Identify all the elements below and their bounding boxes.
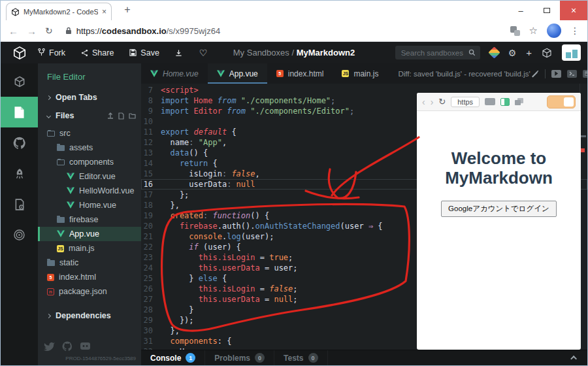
- chevron-right-icon: [46, 313, 51, 318]
- window-minimize-button[interactable]: –: [508, 1, 534, 20]
- save-button[interactable]: Save: [129, 48, 159, 58]
- chevron-up-icon[interactable]: [570, 356, 577, 362]
- fork-button[interactable]: Fork: [38, 48, 65, 58]
- new-sandbox-icon[interactable]: +: [526, 47, 532, 58]
- line-number: 25: [141, 273, 161, 284]
- file-tree-item-home.vue[interactable]: Home.vue: [38, 198, 141, 212]
- dependencies-section[interactable]: Dependencies: [38, 307, 141, 325]
- upload-icon[interactable]: [107, 112, 114, 119]
- discord-icon[interactable]: [80, 342, 91, 351]
- translate-icon[interactable]: [510, 26, 520, 36]
- line-number: 29: [141, 315, 161, 325]
- file-tree-item-main.js[interactable]: JSmain.js: [38, 241, 141, 256]
- new-folder-icon[interactable]: [129, 112, 136, 119]
- tab-app.vue[interactable]: App.vue: [208, 63, 267, 84]
- rail-live-icon[interactable]: [1, 220, 38, 250]
- gear-icon[interactable]: ⚙: [508, 48, 517, 58]
- new-window-icon[interactable]: [515, 98, 523, 105]
- console-panel-icon[interactable]: [583, 70, 588, 78]
- js-icon: JS: [342, 70, 349, 77]
- console-tab-tests[interactable]: Tests0: [274, 350, 327, 365]
- folder-icon: [57, 145, 65, 151]
- tab-home.vue[interactable]: Home.vue: [141, 63, 208, 84]
- search-input[interactable]: [395, 46, 480, 59]
- line-number: 7: [141, 85, 161, 95]
- forward-icon[interactable]: →: [27, 25, 37, 37]
- split-view-icon[interactable]: [500, 98, 510, 106]
- file-tree-item-src[interactable]: src: [38, 126, 141, 141]
- twitter-icon[interactable]: [43, 342, 55, 352]
- file-tree-item-components[interactable]: components: [38, 155, 141, 169]
- line-number: 10: [141, 116, 161, 127]
- browser-window: MyMarkdown2 - CodeSandbo × + – × ← → ↻ h…: [0, 0, 588, 366]
- file-tree-item-firebase[interactable]: firebase: [38, 212, 141, 227]
- rail-deploy-rocket-icon[interactable]: [1, 158, 38, 189]
- preview-screen-icon[interactable]: [485, 98, 495, 105]
- download-button[interactable]: [175, 49, 182, 57]
- google-login-button[interactable]: Googleアカウントでログイン: [441, 201, 557, 217]
- file-tree-item-assets[interactable]: assets: [38, 141, 141, 155]
- share-icon: [81, 49, 88, 57]
- file-label: HelloWorld.vue: [79, 186, 135, 195]
- tab-main.js[interactable]: JSmain.js: [333, 63, 387, 84]
- chevron-down-icon: [46, 113, 51, 118]
- file-label: static: [59, 258, 78, 267]
- window-maximize-button[interactable]: [534, 1, 560, 20]
- breadcrumb-root[interactable]: My Sandboxes: [233, 48, 289, 58]
- terminal-icon[interactable]: [567, 70, 577, 78]
- html-icon: 5: [276, 70, 284, 77]
- preview-panel: ‹ › ↻ https Welcome to MyMarkdown Google…: [417, 93, 581, 350]
- line-number: 23: [141, 252, 161, 263]
- file-tree-item-app.vue[interactable]: App.vue: [38, 227, 141, 241]
- user-avatar-badge[interactable]: [488, 46, 500, 58]
- file-tree-item-editor.vue[interactable]: Editor.vue: [38, 169, 141, 184]
- browser-tab[interactable]: MyMarkdown2 - CodeSandbo ×: [6, 3, 112, 20]
- console-tab-problems[interactable]: Problems0: [205, 350, 274, 365]
- rail-config-files-icon[interactable]: [1, 189, 38, 220]
- page-title: MyMarkdown2: [297, 48, 355, 58]
- file-tree-item-static[interactable]: static: [38, 256, 141, 270]
- scrollbar-thumb[interactable]: [580, 135, 586, 137]
- file-tree-item-index.html[interactable]: 5index.html: [38, 270, 141, 284]
- js-icon: JS: [57, 245, 64, 252]
- open-preview-icon[interactable]: [551, 70, 561, 78]
- address-bar[interactable]: https://codesandbox.io/s/x9975wjz64: [65, 26, 220, 36]
- preview-page: Welcome to MyMarkdown Googleアカウントでログイン: [417, 111, 581, 350]
- share-button[interactable]: Share: [81, 48, 114, 58]
- file-tree-item-helloworld.vue[interactable]: HelloWorld.vue: [38, 184, 141, 198]
- line-number: 24: [141, 263, 161, 273]
- sandbox-cube-icon[interactable]: [542, 48, 552, 58]
- line-number: 31: [141, 336, 161, 346]
- profile-avatar[interactable]: [547, 24, 561, 38]
- new-tab-button[interactable]: +: [121, 4, 134, 16]
- reload-icon[interactable]: ↻: [45, 25, 53, 36]
- browser-menu-icon[interactable]: ⋮: [570, 25, 580, 36]
- breadcrumb: My Sandboxes / MyMarkdown2: [233, 48, 355, 58]
- preview-back-icon[interactable]: ‹: [422, 97, 425, 107]
- stats-logo[interactable]: [562, 44, 581, 61]
- window-close-button[interactable]: ×: [560, 1, 587, 20]
- codesandbox-logo[interactable]: [1, 46, 38, 60]
- dependencies-label: Dependencies: [56, 311, 111, 320]
- rail-project-icon[interactable]: [1, 66, 38, 97]
- console-tab-console[interactable]: Console1: [141, 350, 205, 365]
- url-path: /s/x9975wjz64: [167, 26, 220, 36]
- new-file-icon[interactable]: [118, 112, 124, 120]
- preview-reload-icon[interactable]: ↻: [438, 97, 446, 107]
- github-icon[interactable]: [62, 341, 73, 352]
- tab-index.html[interactable]: 5index.html: [267, 63, 333, 84]
- tab-close-icon[interactable]: ×: [102, 8, 106, 16]
- preview-forward-icon[interactable]: ›: [431, 97, 434, 107]
- activity-rail: [1, 63, 38, 365]
- like-button[interactable]: ♡: [199, 48, 208, 58]
- back-icon[interactable]: ←: [8, 25, 18, 37]
- files-section[interactable]: Files: [38, 107, 141, 125]
- live-toggle[interactable]: [547, 95, 576, 108]
- prettify-brush-icon[interactable]: [531, 69, 539, 78]
- rail-file-editor-icon[interactable]: [1, 97, 38, 127]
- file-tree-item-package.json[interactable]: npackage.json: [38, 284, 141, 299]
- rail-github-icon[interactable]: [1, 127, 38, 158]
- open-tabs-section[interactable]: Open Tabs: [38, 88, 141, 107]
- preview-url-field[interactable]: https: [451, 97, 480, 107]
- bookmark-star-icon[interactable]: ☆: [529, 25, 538, 37]
